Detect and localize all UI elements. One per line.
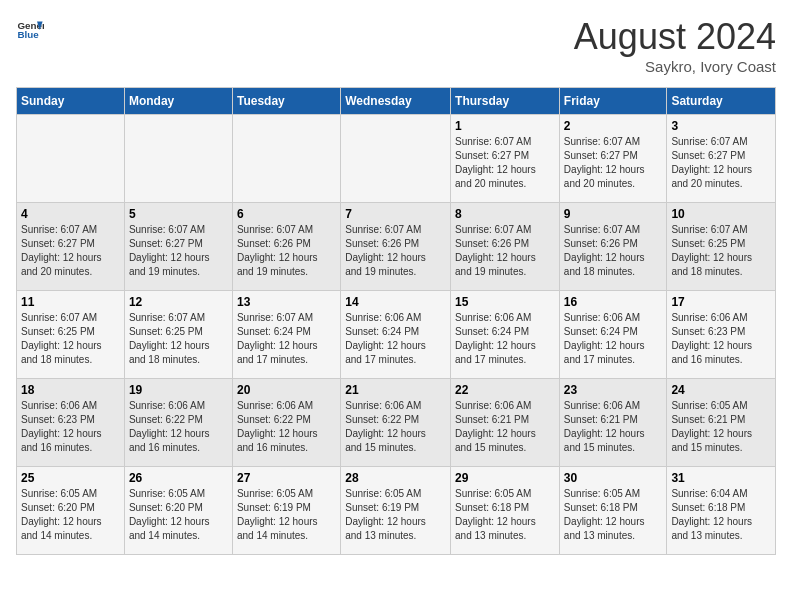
table-row: 13Sunrise: 6:07 AM Sunset: 6:24 PM Dayli… [232,291,340,379]
day-number: 19 [129,383,228,397]
day-number: 3 [671,119,771,133]
day-number: 22 [455,383,555,397]
day-info: Sunrise: 6:05 AM Sunset: 6:19 PM Dayligh… [237,487,336,543]
day-number: 13 [237,295,336,309]
day-info: Sunrise: 6:07 AM Sunset: 6:27 PM Dayligh… [455,135,555,191]
table-row: 30Sunrise: 6:05 AM Sunset: 6:18 PM Dayli… [559,467,667,555]
table-row: 10Sunrise: 6:07 AM Sunset: 6:25 PM Dayli… [667,203,776,291]
table-row [341,115,451,203]
table-row: 8Sunrise: 6:07 AM Sunset: 6:26 PM Daylig… [451,203,560,291]
table-row: 14Sunrise: 6:06 AM Sunset: 6:24 PM Dayli… [341,291,451,379]
day-number: 8 [455,207,555,221]
header-tuesday: Tuesday [232,88,340,115]
day-info: Sunrise: 6:07 AM Sunset: 6:26 PM Dayligh… [455,223,555,279]
table-row: 22Sunrise: 6:06 AM Sunset: 6:21 PM Dayli… [451,379,560,467]
table-row: 19Sunrise: 6:06 AM Sunset: 6:22 PM Dayli… [124,379,232,467]
table-row: 26Sunrise: 6:05 AM Sunset: 6:20 PM Dayli… [124,467,232,555]
day-info: Sunrise: 6:05 AM Sunset: 6:20 PM Dayligh… [21,487,120,543]
calendar-subtitle: Saykro, Ivory Coast [574,58,776,75]
day-number: 23 [564,383,663,397]
day-info: Sunrise: 6:05 AM Sunset: 6:19 PM Dayligh… [345,487,446,543]
day-info: Sunrise: 6:07 AM Sunset: 6:27 PM Dayligh… [671,135,771,191]
week-row-3: 11Sunrise: 6:07 AM Sunset: 6:25 PM Dayli… [17,291,776,379]
day-number: 11 [21,295,120,309]
day-number: 31 [671,471,771,485]
day-info: Sunrise: 6:07 AM Sunset: 6:26 PM Dayligh… [345,223,446,279]
table-row: 17Sunrise: 6:06 AM Sunset: 6:23 PM Dayli… [667,291,776,379]
table-row: 16Sunrise: 6:06 AM Sunset: 6:24 PM Dayli… [559,291,667,379]
day-number: 16 [564,295,663,309]
calendar-table: Sunday Monday Tuesday Wednesday Thursday… [16,87,776,555]
logo: General Blue [16,16,44,44]
day-info: Sunrise: 6:06 AM Sunset: 6:23 PM Dayligh… [21,399,120,455]
table-row: 24Sunrise: 6:05 AM Sunset: 6:21 PM Dayli… [667,379,776,467]
day-info: Sunrise: 6:07 AM Sunset: 6:25 PM Dayligh… [21,311,120,367]
day-info: Sunrise: 6:06 AM Sunset: 6:21 PM Dayligh… [564,399,663,455]
table-row: 1Sunrise: 6:07 AM Sunset: 6:27 PM Daylig… [451,115,560,203]
day-info: Sunrise: 6:06 AM Sunset: 6:24 PM Dayligh… [455,311,555,367]
table-row: 9Sunrise: 6:07 AM Sunset: 6:26 PM Daylig… [559,203,667,291]
header-sunday: Sunday [17,88,125,115]
day-number: 5 [129,207,228,221]
table-row: 3Sunrise: 6:07 AM Sunset: 6:27 PM Daylig… [667,115,776,203]
day-info: Sunrise: 6:07 AM Sunset: 6:26 PM Dayligh… [564,223,663,279]
header-saturday: Saturday [667,88,776,115]
header-wednesday: Wednesday [341,88,451,115]
day-number: 28 [345,471,446,485]
day-number: 25 [21,471,120,485]
table-row: 23Sunrise: 6:06 AM Sunset: 6:21 PM Dayli… [559,379,667,467]
title-section: August 2024 Saykro, Ivory Coast [574,16,776,75]
table-row: 29Sunrise: 6:05 AM Sunset: 6:18 PM Dayli… [451,467,560,555]
table-row: 12Sunrise: 6:07 AM Sunset: 6:25 PM Dayli… [124,291,232,379]
day-info: Sunrise: 6:04 AM Sunset: 6:18 PM Dayligh… [671,487,771,543]
table-row: 18Sunrise: 6:06 AM Sunset: 6:23 PM Dayli… [17,379,125,467]
table-row: 7Sunrise: 6:07 AM Sunset: 6:26 PM Daylig… [341,203,451,291]
table-row: 11Sunrise: 6:07 AM Sunset: 6:25 PM Dayli… [17,291,125,379]
logo-icon: General Blue [16,16,44,44]
svg-text:Blue: Blue [17,29,39,40]
day-number: 9 [564,207,663,221]
day-info: Sunrise: 6:07 AM Sunset: 6:27 PM Dayligh… [564,135,663,191]
week-row-2: 4Sunrise: 6:07 AM Sunset: 6:27 PM Daylig… [17,203,776,291]
day-info: Sunrise: 6:07 AM Sunset: 6:25 PM Dayligh… [671,223,771,279]
table-row: 21Sunrise: 6:06 AM Sunset: 6:22 PM Dayli… [341,379,451,467]
day-number: 24 [671,383,771,397]
day-number: 7 [345,207,446,221]
table-row: 5Sunrise: 6:07 AM Sunset: 6:27 PM Daylig… [124,203,232,291]
day-info: Sunrise: 6:06 AM Sunset: 6:21 PM Dayligh… [455,399,555,455]
table-row: 15Sunrise: 6:06 AM Sunset: 6:24 PM Dayli… [451,291,560,379]
day-number: 30 [564,471,663,485]
calendar-title: August 2024 [574,16,776,58]
table-row: 2Sunrise: 6:07 AM Sunset: 6:27 PM Daylig… [559,115,667,203]
week-row-5: 25Sunrise: 6:05 AM Sunset: 6:20 PM Dayli… [17,467,776,555]
header-thursday: Thursday [451,88,560,115]
header-monday: Monday [124,88,232,115]
table-row: 25Sunrise: 6:05 AM Sunset: 6:20 PM Dayli… [17,467,125,555]
week-row-4: 18Sunrise: 6:06 AM Sunset: 6:23 PM Dayli… [17,379,776,467]
day-info: Sunrise: 6:07 AM Sunset: 6:27 PM Dayligh… [21,223,120,279]
day-info: Sunrise: 6:05 AM Sunset: 6:18 PM Dayligh… [564,487,663,543]
calendar-header-row: Sunday Monday Tuesday Wednesday Thursday… [17,88,776,115]
day-info: Sunrise: 6:07 AM Sunset: 6:27 PM Dayligh… [129,223,228,279]
table-row: 27Sunrise: 6:05 AM Sunset: 6:19 PM Dayli… [232,467,340,555]
table-row: 20Sunrise: 6:06 AM Sunset: 6:22 PM Dayli… [232,379,340,467]
day-info: Sunrise: 6:07 AM Sunset: 6:24 PM Dayligh… [237,311,336,367]
day-number: 2 [564,119,663,133]
week-row-1: 1Sunrise: 6:07 AM Sunset: 6:27 PM Daylig… [17,115,776,203]
day-number: 26 [129,471,228,485]
table-row [232,115,340,203]
day-info: Sunrise: 6:06 AM Sunset: 6:24 PM Dayligh… [564,311,663,367]
day-number: 4 [21,207,120,221]
day-info: Sunrise: 6:05 AM Sunset: 6:21 PM Dayligh… [671,399,771,455]
day-info: Sunrise: 6:07 AM Sunset: 6:25 PM Dayligh… [129,311,228,367]
day-info: Sunrise: 6:06 AM Sunset: 6:22 PM Dayligh… [345,399,446,455]
table-row [17,115,125,203]
table-row: 31Sunrise: 6:04 AM Sunset: 6:18 PM Dayli… [667,467,776,555]
day-info: Sunrise: 6:05 AM Sunset: 6:20 PM Dayligh… [129,487,228,543]
table-row [124,115,232,203]
day-info: Sunrise: 6:06 AM Sunset: 6:22 PM Dayligh… [129,399,228,455]
day-number: 27 [237,471,336,485]
table-row: 28Sunrise: 6:05 AM Sunset: 6:19 PM Dayli… [341,467,451,555]
table-row: 4Sunrise: 6:07 AM Sunset: 6:27 PM Daylig… [17,203,125,291]
day-number: 21 [345,383,446,397]
